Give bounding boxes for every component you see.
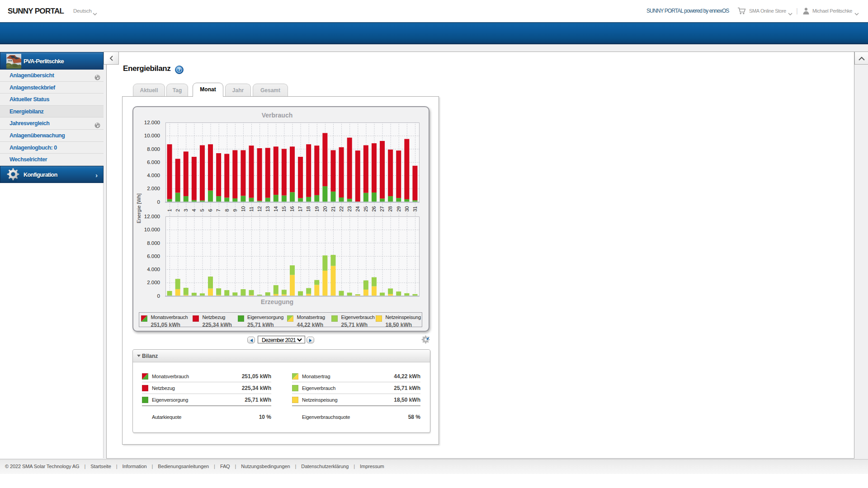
svg-text:4: 4 xyxy=(191,209,197,211)
svg-text:26: 26 xyxy=(371,206,377,211)
svg-text:6.000: 6.000 xyxy=(147,253,160,259)
svg-text:Energie [Wh]: Energie [Wh] xyxy=(136,193,142,223)
svg-text:11: 11 xyxy=(249,206,254,211)
svg-text:18: 18 xyxy=(306,206,311,211)
svg-text:12.000: 12.000 xyxy=(144,214,160,219)
svg-text:8: 8 xyxy=(224,209,230,211)
svg-text:22: 22 xyxy=(339,206,344,211)
svg-text:29: 29 xyxy=(396,206,401,211)
svg-text:23: 23 xyxy=(347,206,352,211)
svg-text:0: 0 xyxy=(157,293,160,299)
svg-text:0: 0 xyxy=(157,199,160,205)
svg-text:13: 13 xyxy=(265,206,270,211)
svg-text:24: 24 xyxy=(355,206,360,211)
svg-text:10.000: 10.000 xyxy=(144,227,160,232)
svg-text:15: 15 xyxy=(281,206,287,211)
svg-text:8.000: 8.000 xyxy=(147,240,160,246)
svg-text:10: 10 xyxy=(241,206,246,211)
svg-text:10.000: 10.000 xyxy=(144,133,160,138)
svg-text:?: ? xyxy=(178,67,180,72)
svg-text:30: 30 xyxy=(404,206,410,211)
svg-text:4.000: 4.000 xyxy=(147,173,160,178)
svg-text:9: 9 xyxy=(232,209,238,211)
svg-text:27: 27 xyxy=(379,206,385,211)
svg-text:5: 5 xyxy=(199,209,205,211)
svg-text:2.000: 2.000 xyxy=(147,280,160,285)
svg-text:Erzeugung: Erzeugung xyxy=(261,298,293,305)
svg-text:3: 3 xyxy=(183,209,189,211)
svg-text:28: 28 xyxy=(387,206,393,211)
svg-text:25: 25 xyxy=(363,206,368,211)
svg-text:7: 7 xyxy=(216,209,221,211)
svg-text:14: 14 xyxy=(273,206,278,211)
svg-text:6.000: 6.000 xyxy=(147,160,160,165)
svg-text:16: 16 xyxy=(289,206,295,211)
svg-text:12: 12 xyxy=(257,206,262,211)
svg-text:2: 2 xyxy=(175,209,180,211)
svg-text:21: 21 xyxy=(330,206,336,211)
svg-text:31: 31 xyxy=(412,206,418,211)
svg-text:12.000: 12.000 xyxy=(144,120,160,125)
svg-text:Verbrauch: Verbrauch xyxy=(262,112,292,119)
svg-text:1: 1 xyxy=(167,209,172,211)
svg-text:4.000: 4.000 xyxy=(147,267,160,272)
svg-text:8.000: 8.000 xyxy=(147,146,160,152)
svg-text:2.000: 2.000 xyxy=(147,186,160,191)
svg-text:17: 17 xyxy=(297,206,303,211)
svg-text:6: 6 xyxy=(208,209,213,211)
svg-text:19: 19 xyxy=(314,206,320,211)
svg-text:20: 20 xyxy=(322,206,328,211)
